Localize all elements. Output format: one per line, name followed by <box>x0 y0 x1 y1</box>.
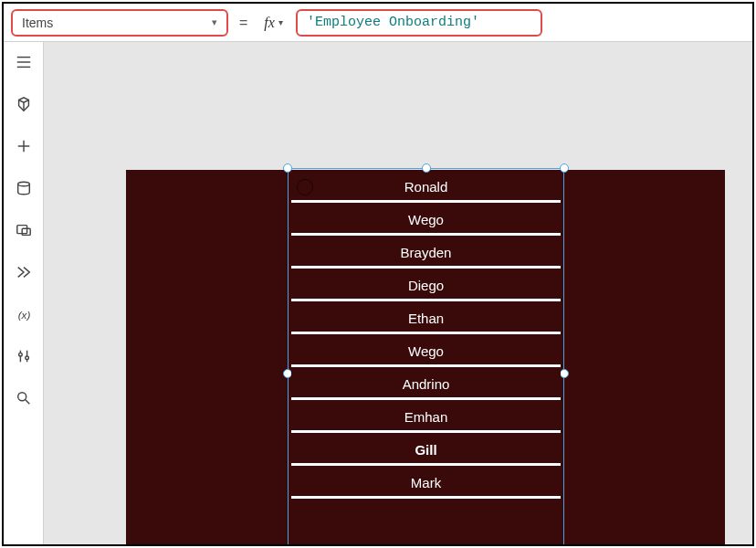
data-icon[interactable] <box>15 95 33 113</box>
svg-rect-7 <box>22 228 30 235</box>
list-item[interactable]: Brayden <box>291 239 561 269</box>
item-label: Gill <box>415 442 436 458</box>
formula-input[interactable]: 'Employee Onboarding' <box>296 9 542 37</box>
list-item[interactable]: Gill <box>291 437 561 466</box>
svg-point-12 <box>25 356 28 360</box>
item-label: Ethan <box>408 311 444 326</box>
formula-bar: Items ▾ = fx ▾ 'Employee Onboarding' <box>4 4 752 42</box>
canvas-area: Ronald Wego Brayden Diego Ethan Wego And… <box>44 42 752 544</box>
fx-button[interactable]: fx ▾ <box>258 15 289 31</box>
power-automate-icon[interactable] <box>15 263 33 281</box>
item-label: Andrino <box>403 376 450 392</box>
list-item[interactable]: Mark <box>291 469 561 499</box>
property-selector-label: Items <box>22 16 53 30</box>
list-item[interactable]: Ronald <box>291 174 561 203</box>
list-item[interactable]: Andrino <box>291 371 561 400</box>
svg-line-14 <box>25 400 29 405</box>
resize-handle-tl[interactable] <box>283 163 292 173</box>
item-label: Ronald <box>404 179 448 195</box>
gallery-items: Ronald Wego Brayden Diego Ethan Wego And… <box>291 174 561 499</box>
left-rail: (x) <box>4 42 44 544</box>
list-item[interactable]: Wego <box>291 206 561 236</box>
property-selector[interactable]: Items ▾ <box>11 9 228 37</box>
resize-handle-mr[interactable] <box>560 369 569 378</box>
main-area: (x) <box>4 42 752 544</box>
item-label: Mark <box>411 475 441 490</box>
advanced-tools-icon[interactable] <box>15 347 33 365</box>
list-item[interactable]: Diego <box>291 272 561 301</box>
resize-handle-tr[interactable] <box>560 163 569 173</box>
svg-point-13 <box>17 393 26 401</box>
gallery-selection[interactable]: Ronald Wego Brayden Diego Ethan Wego And… <box>288 168 564 544</box>
fx-icon: fx <box>264 15 275 31</box>
variables-icon[interactable]: (x) <box>15 305 33 323</box>
search-icon[interactable] <box>15 389 33 407</box>
item-label: Brayden <box>401 245 452 260</box>
list-item[interactable]: Emhan <box>291 404 561 433</box>
resize-handle-tm[interactable] <box>422 163 431 173</box>
chevron-down-icon: ▾ <box>212 16 217 28</box>
equals-sign: = <box>236 15 251 31</box>
list-item[interactable]: Wego <box>291 338 561 367</box>
item-label: Emhan <box>404 409 448 425</box>
formula-text: 'Employee Onboarding' <box>307 15 479 30</box>
formula-bar-extension <box>550 9 745 37</box>
svg-text:(x): (x) <box>17 309 30 321</box>
tree-view-icon[interactable] <box>15 53 33 71</box>
list-item[interactable]: Ethan <box>291 305 561 334</box>
svg-point-10 <box>18 353 22 356</box>
item-label: Wego <box>408 343 444 359</box>
chevron-down-icon: ▾ <box>278 17 283 27</box>
item-label: Wego <box>408 212 444 227</box>
app-frame: Items ▾ = fx ▾ 'Employee Onboarding' <box>2 2 754 546</box>
media-icon[interactable] <box>15 221 33 239</box>
item-label: Diego <box>408 278 444 293</box>
template-indicator-icon <box>297 179 313 195</box>
svg-point-5 <box>17 182 29 186</box>
database-icon[interactable] <box>15 179 33 197</box>
insert-icon[interactable] <box>15 137 33 155</box>
